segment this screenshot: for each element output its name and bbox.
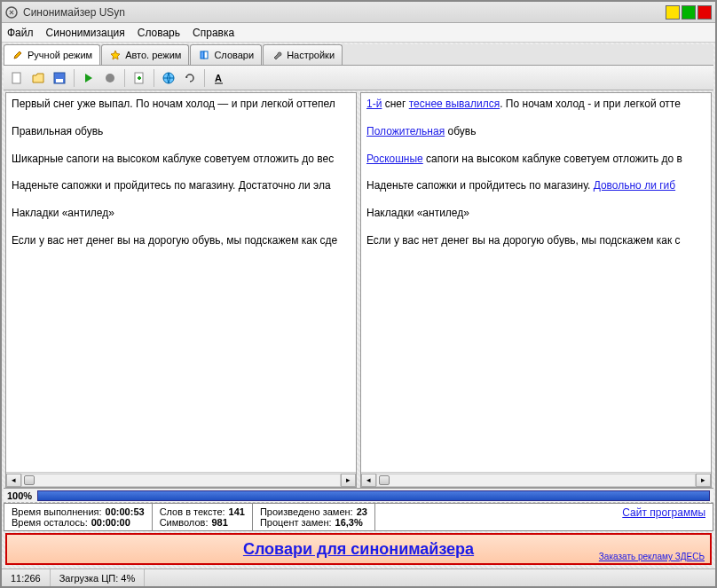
scroll-left-icon[interactable]: ◂ bbox=[361, 474, 376, 487]
synonym-word[interactable]: Роскошные bbox=[366, 153, 423, 165]
text-run: Наденьте сапожки и пройдитесь по магазин… bbox=[366, 179, 594, 192]
tab-label: Ручной режим bbox=[28, 50, 92, 60]
stat-value: 141 bbox=[229, 506, 245, 517]
separator bbox=[124, 69, 125, 87]
text-run: обувь bbox=[445, 125, 476, 137]
ad-banner: Словари для синонимайзера Заказать рекла… bbox=[5, 533, 712, 565]
stat-value: 981 bbox=[211, 517, 227, 528]
separator bbox=[154, 69, 154, 87]
statusbar: 11:266 Загрузка ЦП: 4% bbox=[2, 568, 715, 586]
tab-auto[interactable]: Авто. режим bbox=[101, 44, 189, 65]
svg-rect-3 bbox=[12, 73, 20, 83]
app-icon bbox=[5, 6, 18, 19]
menu-help[interactable]: Справка bbox=[193, 27, 234, 39]
tab-label: Авто. режим bbox=[125, 50, 181, 60]
tab-dict[interactable]: Словари bbox=[190, 44, 262, 65]
font-button[interactable]: A bbox=[209, 68, 229, 88]
window-title: Синонимайзер USyn bbox=[23, 6, 666, 19]
refresh-button[interactable] bbox=[180, 68, 200, 88]
svg-point-6 bbox=[106, 74, 114, 82]
synonym-word[interactable]: Довольно ли гиб bbox=[594, 179, 675, 192]
text-run: . По ночам холод - и при легкой отте bbox=[500, 98, 681, 110]
split-panes: Первый снег уже выпал. По ночам холод — … bbox=[4, 90, 713, 488]
open-button[interactable] bbox=[28, 68, 48, 88]
scroll-thumb[interactable] bbox=[24, 475, 35, 485]
scroll-thumb[interactable] bbox=[379, 475, 390, 485]
scroll-track[interactable] bbox=[21, 474, 341, 487]
toolbar: A bbox=[4, 66, 713, 90]
stat-value: 00:00:00 bbox=[91, 517, 130, 528]
scroll-left-icon[interactable]: ◂ bbox=[6, 474, 21, 487]
stat-label: Процент замен: bbox=[260, 517, 332, 528]
window-buttons bbox=[666, 5, 712, 20]
new-button[interactable] bbox=[7, 68, 27, 88]
export-button[interactable] bbox=[130, 68, 149, 88]
stat-value: 16,3% bbox=[335, 517, 363, 528]
text-paragraph: Накладки «антилед» bbox=[366, 206, 705, 221]
progress-label: 100% bbox=[7, 490, 32, 501]
text-run: сапоги на высоком каблуке советуем отлож… bbox=[423, 153, 682, 165]
globe-button[interactable] bbox=[159, 68, 178, 88]
wrench-icon bbox=[271, 49, 283, 61]
stop-button[interactable] bbox=[100, 68, 120, 88]
maximize-button[interactable] bbox=[682, 5, 696, 20]
stat-label: Время выполнения: bbox=[12, 506, 102, 517]
text-run: Если у вас нет денег вы на дорогую обувь… bbox=[366, 234, 681, 247]
text-paragraph: Шикарные сапоги на высоком каблуке совет… bbox=[12, 152, 351, 167]
progress-bar bbox=[37, 490, 710, 501]
hscrollbar-right[interactable]: ◂ ▸ bbox=[361, 472, 711, 487]
synonym-word[interactable]: Положительная bbox=[366, 125, 445, 137]
separator bbox=[74, 69, 75, 87]
menu-file[interactable]: Файл bbox=[7, 27, 34, 39]
text-run: снег bbox=[382, 98, 408, 110]
book-icon bbox=[198, 49, 210, 61]
menubar: Файл Синонимизация Словарь Справка bbox=[2, 23, 715, 43]
run-button[interactable] bbox=[79, 68, 98, 88]
svg-text:A: A bbox=[215, 73, 222, 83]
tab-manual[interactable]: Ручной режим bbox=[4, 44, 100, 65]
menu-synon[interactable]: Синонимизация bbox=[46, 27, 125, 39]
stat-value: 23 bbox=[357, 506, 367, 517]
close-button[interactable] bbox=[697, 5, 712, 20]
cpu-label: Загрузка ЦП: bbox=[59, 573, 119, 584]
titlebar: Синонимайзер USyn bbox=[2, 2, 715, 23]
separator bbox=[204, 69, 205, 87]
text-paragraph: Роскошные сапоги на высоком каблуке сове… bbox=[366, 152, 705, 167]
svg-rect-5 bbox=[56, 79, 63, 82]
left-text[interactable]: Первый снег уже выпал. По ночам холод — … bbox=[6, 93, 356, 472]
right-text[interactable]: 1-й снег теснее вывалился. По ночам холо… bbox=[361, 93, 711, 472]
status-cpu: Загрузка ЦП: 4% bbox=[51, 569, 146, 586]
ad-link[interactable]: Словари для синонимайзера bbox=[243, 540, 474, 559]
save-button[interactable] bbox=[50, 68, 69, 88]
right-pane: 1-й снег теснее вывалился. По ночам холо… bbox=[360, 92, 712, 488]
scroll-right-icon[interactable]: ▸ bbox=[696, 474, 711, 487]
text-paragraph: Первый снег уже выпал. По ночам холод — … bbox=[12, 97, 351, 112]
text-paragraph: Правильная обувь bbox=[12, 124, 351, 139]
main-window: Синонимайзер USyn Файл Синонимизация Сло… bbox=[0, 0, 717, 588]
scroll-right-icon[interactable]: ▸ bbox=[341, 474, 356, 487]
tabbar: Ручной режим Авто. режим Словари Настрой… bbox=[4, 44, 713, 66]
ad-order-link[interactable]: Заказать рекламу ЗДЕСЬ bbox=[599, 552, 705, 561]
menu-dict[interactable]: Словарь bbox=[138, 27, 180, 39]
hscrollbar-left[interactable]: ◂ ▸ bbox=[6, 472, 356, 487]
stats-panel: Время выполнения:00:00:53 Время осталось… bbox=[4, 503, 713, 531]
scroll-track[interactable] bbox=[376, 474, 696, 487]
synonym-word[interactable]: 1-й bbox=[366, 98, 382, 110]
cpu-value: 4% bbox=[121, 573, 135, 584]
pencil-icon bbox=[12, 49, 24, 61]
text-run: Накладки «антилед» bbox=[366, 207, 469, 219]
left-pane: Первый снег уже выпал. По ночам холод — … bbox=[5, 92, 357, 488]
stat-label: Произведено замен: bbox=[260, 506, 353, 517]
site-link[interactable]: Сайт программы bbox=[622, 506, 705, 519]
text-paragraph: Наденьте сапожки и пройдитесь по магазин… bbox=[366, 178, 705, 193]
tab-settings[interactable]: Настройки bbox=[263, 44, 343, 65]
status-cursor-pos: 11:266 bbox=[2, 569, 51, 586]
minimize-button[interactable] bbox=[666, 5, 680, 20]
text-paragraph: Наденьте сапожки и пройдитесь по магазин… bbox=[12, 178, 351, 193]
progress-row: 100% bbox=[4, 489, 713, 503]
stat-label: Время осталось: bbox=[12, 517, 88, 528]
text-paragraph: Если у вас нет денег вы на дорогую обувь… bbox=[12, 233, 351, 248]
synonym-word[interactable]: теснее вывалился bbox=[409, 98, 500, 110]
tab-label: Словари bbox=[214, 50, 254, 60]
text-paragraph: Накладки «антилед» bbox=[12, 206, 351, 221]
